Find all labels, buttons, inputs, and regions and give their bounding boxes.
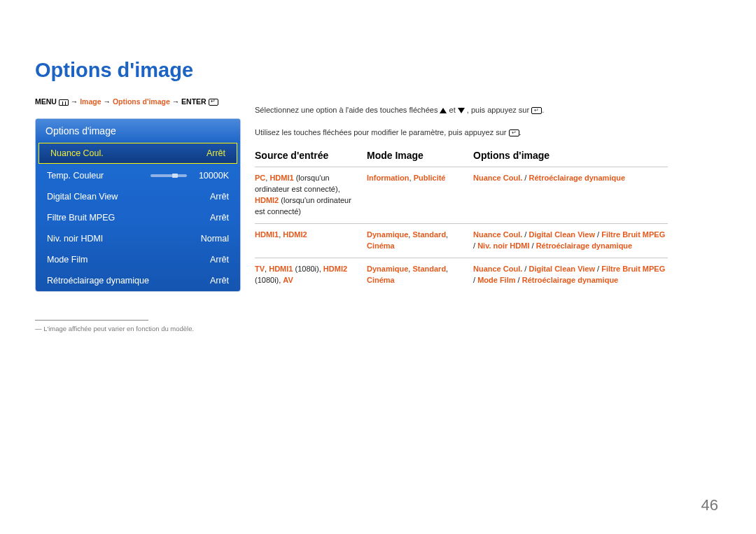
text-fragment: Filtre Bruit MPEG	[601, 265, 665, 273]
text-fragment: Nuance Coul.	[473, 230, 522, 239]
breadcrumb: MENU → Image → Options d'image → ENTER	[35, 97, 245, 106]
text-fragment: Mode Film	[477, 276, 515, 284]
text-fragment: (1080i),	[293, 265, 323, 273]
table-row: PC, HDMI1 (lorsqu'un ordinateur est conn…	[255, 167, 668, 223]
instr-1c: , puis appuyez sur	[467, 106, 531, 114]
table-row: HDMI1, HDMI2Dynamique, Standard, CinémaN…	[255, 223, 668, 258]
instruction-line-1: Sélectionnez une option à l'aide des tou…	[255, 104, 668, 117]
panel-row[interactable]: Filtre Bruit MPEGArrêt	[36, 207, 240, 228]
slider-icon	[150, 174, 187, 177]
page-title: Options d'image	[35, 59, 721, 82]
text-fragment: ,	[446, 230, 448, 239]
panel-row-value: Arrêt	[192, 213, 229, 223]
table-cell: Information, Publicité	[367, 173, 473, 218]
footnote: ― L'image affichée peut varier en foncti…	[35, 325, 245, 332]
text-fragment: /	[595, 230, 601, 239]
panel-row-value: Arrêt	[192, 255, 229, 265]
panel-header: Options d'image	[36, 119, 240, 143]
enter-icon	[209, 99, 218, 106]
text-fragment: Filtre Bruit MPEG	[601, 230, 665, 239]
panel-row-value: Normal	[192, 234, 229, 244]
options-table: Source d'entrée Mode Image Options d'ima…	[255, 150, 668, 292]
panel-row-slider[interactable]	[150, 174, 192, 177]
th-mode: Mode Image	[367, 150, 473, 161]
breadcrumb-arrow-2: →	[103, 97, 111, 106]
table-cell: Dynamique, Standard, Cinéma	[367, 230, 473, 252]
footnote-rule	[35, 320, 148, 321]
text-fragment: HDMI2	[323, 265, 347, 273]
right-column: Sélectionnez une option à l'aide des tou…	[255, 97, 668, 292]
table-row: TV, HDMI1 (1080i), HDMI2 (1080i), AVDyna…	[255, 258, 668, 292]
arrow-up-icon	[440, 108, 447, 113]
text-fragment: HDMI1	[270, 174, 293, 182]
text-fragment: Information	[367, 174, 410, 182]
text-fragment: Dynamique	[367, 230, 408, 239]
breadcrumb-arrow-1: →	[71, 97, 78, 106]
text-fragment: Digital Clean View	[528, 265, 595, 273]
options-panel: Options d'image Nuance Coul.ArrêtTemp. C…	[35, 118, 241, 292]
text-fragment: Standard	[412, 230, 446, 239]
panel-row[interactable]: Nuance Coul.Arrêt	[38, 143, 237, 164]
text-fragment: AV	[283, 276, 293, 284]
instr-2a: Utilisez les touches fléchées pour modif…	[255, 128, 509, 136]
panel-row-label: Digital Clean View	[47, 192, 192, 202]
table-cell: Nuance Coul. / Digital Clean View / Filt…	[473, 264, 668, 286]
panel-row-label: Nuance Coul.	[50, 148, 189, 158]
page-number: 46	[701, 496, 718, 514]
panel-row-value: Arrêt	[192, 276, 229, 286]
panel-row[interactable]: Digital Clean ViewArrêt	[36, 186, 240, 207]
text-fragment: /	[529, 241, 536, 250]
text-fragment: HDMI2	[283, 230, 307, 239]
panel-row-value: Arrêt	[189, 148, 225, 158]
text-fragment: Rétroéclairage dynamique	[528, 174, 625, 182]
instr-2b: .	[519, 128, 522, 136]
text-fragment: Niv. noir HDMI	[477, 241, 529, 250]
table-cell: PC, HDMI1 (lorsqu'un ordinateur est conn…	[255, 173, 367, 218]
table-cell: Nuance Coul. / Rétroéclairage dynamique	[473, 173, 668, 218]
th-source: Source d'entrée	[255, 150, 367, 161]
text-fragment: Publicité	[414, 174, 446, 182]
instruction-line-2: Utilisez les touches fléchées pour modif…	[255, 127, 668, 139]
text-fragment: HDMI1	[269, 265, 293, 273]
arrow-down-icon	[458, 108, 465, 113]
panel-row-label: Filtre Bruit MPEG	[47, 213, 192, 223]
breadcrumb-arrow-3: →	[172, 97, 180, 106]
text-fragment: Cinéma	[367, 241, 395, 250]
th-options: Options d'image	[473, 150, 668, 161]
table-header-row: Source d'entrée Mode Image Options d'ima…	[255, 150, 668, 167]
enter-icon-3	[509, 129, 519, 136]
panel-row[interactable]: Mode FilmArrêt	[36, 249, 240, 270]
text-fragment: PC	[255, 174, 265, 182]
text-fragment: (1080i),	[255, 276, 283, 284]
text-fragment: Cinéma	[367, 276, 395, 284]
table-cell: Nuance Coul. / Digital Clean View / Filt…	[473, 230, 668, 252]
breadcrumb-seg-image: Image	[80, 97, 101, 106]
panel-row-value: Arrêt	[192, 192, 229, 202]
text-fragment: Rétroéclairage dynamique	[522, 276, 619, 284]
text-fragment: ,	[446, 265, 448, 273]
text-fragment: Dynamique	[367, 265, 408, 273]
left-column: MENU → Image → Options d'image → ENTER O…	[35, 97, 245, 332]
table-cell: HDMI1, HDMI2	[255, 230, 367, 252]
panel-row-label: Rétroéclairage dynamique	[47, 276, 192, 286]
text-fragment: HDMI1	[255, 230, 279, 239]
text-fragment: /	[516, 276, 522, 284]
panel-row[interactable]: Niv. noir HDMINormal	[36, 228, 240, 249]
breadcrumb-menu: MENU	[35, 97, 57, 106]
panel-row-label: Temp. Couleur	[47, 171, 150, 181]
enter-icon-2	[531, 107, 542, 114]
panel-row[interactable]: Temp. Couleur10000K	[36, 165, 240, 186]
panel-row-label: Niv. noir HDMI	[47, 234, 192, 244]
breadcrumb-enter: ENTER	[181, 97, 206, 106]
menu-icon	[59, 99, 69, 106]
breadcrumb-seg-options: Options d'image	[113, 97, 170, 106]
text-fragment: Nuance Coul.	[473, 174, 522, 182]
text-fragment: /	[595, 265, 601, 273]
table-cell: Dynamique, Standard, Cinéma	[367, 264, 473, 286]
table-cell: TV, HDMI1 (1080i), HDMI2 (1080i), AV	[255, 264, 367, 286]
panel-row-label: Mode Film	[47, 255, 192, 265]
instr-1d: .	[542, 106, 544, 114]
text-fragment: Nuance Coul.	[473, 265, 522, 273]
instr-1a: Sélectionnez une option à l'aide des tou…	[255, 106, 440, 114]
panel-row[interactable]: Rétroéclairage dynamiqueArrêt	[36, 270, 240, 291]
